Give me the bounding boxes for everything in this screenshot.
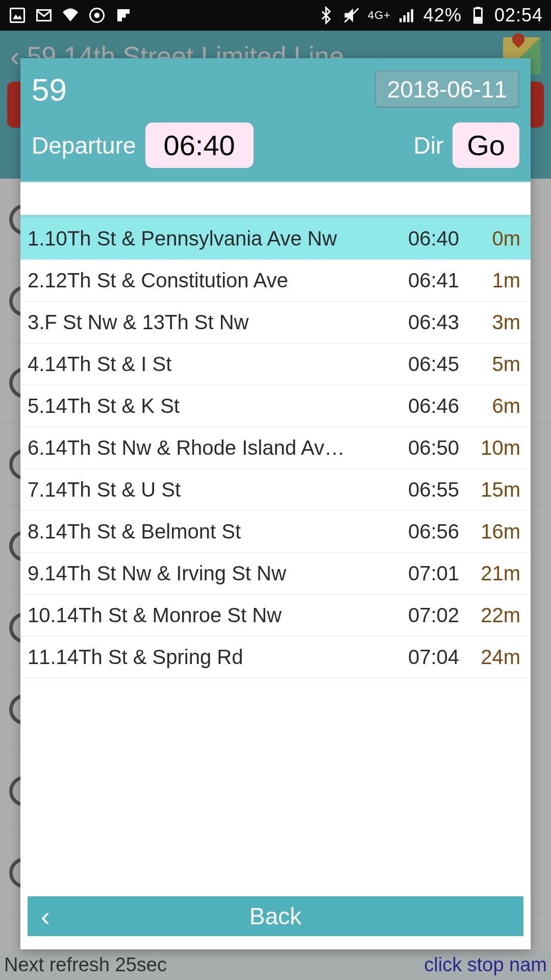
direction-toggle[interactable]: Go	[453, 122, 519, 168]
column-headers: Stop Name Arrival Travel	[20, 181, 531, 215]
stop-row[interactable]: 6.14Th St Nw & Rhode Island Av…06:5010m	[20, 427, 531, 469]
svg-rect-16	[475, 17, 481, 22]
stop-arrival: 06:41	[383, 269, 459, 292]
svg-rect-7	[122, 14, 126, 18]
clock: 02:54	[494, 5, 543, 26]
stop-arrival: 06:56	[383, 520, 459, 543]
svg-rect-6	[122, 9, 130, 14]
svg-point-4	[94, 13, 100, 18]
stop-row[interactable]: 10.14Th St & Monroe St Nw07:0222m	[20, 595, 531, 636]
stop-row[interactable]: 9.14Th St Nw & Irving St Nw07:0121m	[20, 553, 531, 595]
stop-name: 9.14Th St Nw & Irving St Nw	[28, 562, 383, 585]
svg-rect-10	[399, 18, 402, 22]
stop-row[interactable]: 11.14Th St & Spring Rd07:0424m	[20, 636, 531, 678]
back-button-label: Back	[249, 902, 302, 930]
network-type: 4G+	[368, 10, 391, 21]
stop-travel: 1m	[459, 269, 520, 292]
gmail-icon	[35, 6, 53, 24]
status-left-icons	[8, 6, 133, 24]
stop-travel: 15m	[459, 478, 520, 501]
route-number: 59	[32, 71, 67, 108]
modal-header: 59 2018-06-11 Departure 06:40 Dir Go	[20, 58, 531, 181]
svg-rect-13	[411, 9, 413, 22]
chrome-icon	[88, 6, 106, 24]
stop-name: 11.14Th St & Spring Rd	[28, 646, 383, 669]
stop-row[interactable]: 7.14Th St & U St06:5515m	[20, 469, 531, 511]
stop-row[interactable]: 3.F St Nw & 13Th St Nw06:433m	[20, 302, 531, 344]
stop-travel: 0m	[459, 227, 520, 250]
stop-row[interactable]: 5.14Th St & K St06:466m	[20, 385, 531, 427]
stop-arrival: 06:46	[383, 395, 459, 418]
departure-label: Departure	[32, 132, 136, 159]
stop-name: 6.14Th St Nw & Rhode Island Av…	[28, 436, 383, 459]
battery-icon	[469, 6, 487, 24]
date-picker[interactable]: 2018-06-11	[375, 70, 519, 108]
gallery-icon	[8, 6, 27, 24]
stop-travel: 5m	[459, 353, 520, 376]
stop-arrival: 06:45	[383, 353, 459, 376]
schedule-modal: 59 2018-06-11 Departure 06:40 Dir Go Sto…	[20, 58, 531, 949]
stop-name: 7.14Th St & U St	[28, 478, 383, 501]
status-bar: 4G+ 42% 02:54	[0, 0, 551, 31]
stops-list[interactable]: 1.10Th St & Pennsylvania Ave Nw06:400m2.…	[20, 218, 531, 887]
stop-row[interactable]: 2.12Th St & Constitution Ave06:411m	[20, 260, 531, 302]
col-arrival: Arrival	[341, 185, 433, 210]
signal-icon	[398, 6, 416, 24]
stop-travel: 6m	[459, 395, 520, 418]
stop-name: 2.12Th St & Constitution Ave	[28, 269, 383, 292]
status-right-icons: 4G+ 42% 02:54	[317, 5, 543, 26]
bluetooth-icon	[317, 6, 335, 24]
stop-arrival: 07:02	[383, 604, 459, 627]
stop-travel: 3m	[459, 311, 520, 334]
stop-row[interactable]: 1.10Th St & Pennsylvania Ave Nw06:400m	[20, 218, 531, 260]
stop-row[interactable]: 8.14Th St & Belmont St06:5616m	[20, 511, 531, 553]
stop-name: 3.F St Nw & 13Th St Nw	[28, 311, 383, 334]
svg-rect-11	[403, 15, 406, 22]
stop-name: 10.14Th St & Monroe St Nw	[28, 604, 383, 627]
stop-arrival: 06:55	[383, 478, 459, 501]
stop-travel: 22m	[459, 604, 520, 627]
chevron-left-icon: ‹	[41, 902, 50, 930]
stop-row[interactable]: 4.14Th St & I St06:455m	[20, 344, 531, 385]
departure-time-picker[interactable]: 06:40	[145, 122, 254, 168]
stop-arrival: 07:01	[383, 562, 459, 585]
stop-travel: 21m	[459, 562, 520, 585]
mute-icon	[342, 6, 361, 24]
svg-rect-5	[117, 9, 122, 21]
col-travel: Travel	[433, 185, 519, 210]
battery-percentage: 42%	[423, 5, 462, 26]
wifi-icon	[61, 6, 80, 24]
stop-name: 1.10Th St & Pennsylvania Ave Nw	[28, 227, 383, 250]
svg-rect-0	[11, 9, 24, 22]
svg-marker-1	[13, 15, 22, 19]
svg-rect-12	[407, 12, 410, 22]
stop-travel: 24m	[459, 646, 520, 669]
stop-travel: 16m	[459, 520, 520, 543]
stop-name: 8.14Th St & Belmont St	[28, 520, 383, 543]
svg-rect-15	[475, 7, 480, 9]
stop-arrival: 06:40	[383, 227, 459, 250]
stop-travel: 10m	[459, 436, 520, 459]
stop-arrival: 07:04	[383, 646, 459, 669]
col-stop-name: Stop Name	[32, 185, 341, 210]
direction-label: Dir	[414, 132, 444, 159]
stop-name: 5.14Th St & K St	[28, 395, 383, 418]
stop-arrival: 06:50	[383, 436, 459, 459]
stop-name: 4.14Th St & I St	[28, 353, 383, 376]
flipboard-icon	[114, 6, 133, 24]
stop-arrival: 06:43	[383, 311, 459, 334]
back-button[interactable]: ‹ Back	[28, 896, 523, 936]
